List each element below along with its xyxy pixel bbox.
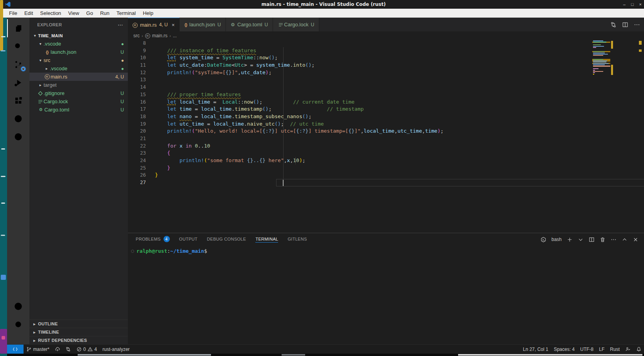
- menu-selection[interactable]: Selection: [36, 9, 64, 17]
- tree-item-Cargolock[interactable]: Cargo.lockU: [29, 97, 128, 106]
- activity-settings[interactable]: [7, 315, 29, 333]
- menu-file[interactable]: File: [5, 9, 21, 17]
- command-decoration-icon[interactable]: [131, 250, 134, 253]
- terminal[interactable]: ralph@rust:~/time_main$: [128, 246, 644, 344]
- activity-run-debug[interactable]: [7, 73, 29, 91]
- remote-indicator[interactable]: [7, 345, 24, 354]
- activity-search[interactable]: [7, 37, 29, 55]
- git-compare-icon[interactable]: [610, 22, 617, 28]
- minimize-button[interactable]: –: [623, 2, 626, 7]
- split-editor-icon[interactable]: [589, 237, 595, 243]
- split-editor-icon[interactable]: [622, 22, 628, 28]
- menu-go[interactable]: Go: [83, 9, 96, 17]
- line-number[interactable]: 12: [128, 69, 146, 77]
- status-encoding[interactable]: UTF-8: [577, 345, 596, 354]
- tab-mainrs[interactable]: Rmain.rs4, U×: [128, 18, 180, 31]
- plus-icon[interactable]: [567, 237, 573, 243]
- status-cursor-position[interactable]: Ln 27, Col 1: [520, 345, 551, 354]
- line-number[interactable]: 8: [128, 40, 146, 47]
- tree-item-target[interactable]: ▸target: [29, 81, 128, 89]
- status-indentation[interactable]: Spaces: 4: [551, 345, 577, 354]
- status-notifications[interactable]: [633, 345, 644, 354]
- code-editor[interactable]: 89 /// instance of time features10 let s…: [128, 40, 644, 233]
- tab-Cargotoml[interactable]: ⚙Cargo.tomlU: [226, 18, 273, 31]
- minimap-change-bar: [611, 41, 613, 49]
- chev-up-icon[interactable]: [622, 237, 628, 243]
- chev-down-icon[interactable]: [578, 237, 584, 243]
- panel-tab-terminal[interactable]: TERMINAL: [255, 237, 278, 243]
- status-language-mode[interactable]: Rust: [607, 345, 622, 354]
- rust-icon: R: [145, 33, 150, 38]
- line-number[interactable]: 10: [128, 54, 146, 62]
- line-number[interactable]: 14: [128, 84, 146, 91]
- line-number[interactable]: 17: [128, 106, 146, 113]
- menu-edit[interactable]: Edit: [21, 9, 36, 17]
- tab-git-decoration: U: [311, 22, 314, 27]
- line-number[interactable]: 25: [128, 164, 146, 172]
- status-eol[interactable]: LF: [596, 345, 607, 354]
- breadcrumb-item[interactable]: ...: [173, 33, 177, 38]
- shell-label[interactable]: bash: [551, 237, 562, 242]
- status-problems[interactable]: 04: [74, 345, 100, 354]
- line-number[interactable]: 21: [128, 135, 146, 142]
- status-compare[interactable]: [63, 345, 74, 354]
- line-number[interactable]: 15: [128, 91, 146, 99]
- tab-launchjson[interactable]: {}launch.jsonU: [180, 18, 226, 31]
- line-number[interactable]: 27: [128, 179, 146, 186]
- status-git-branch[interactable]: master*: [24, 345, 52, 354]
- status-sync[interactable]: [52, 345, 63, 354]
- activity-account[interactable]: [7, 297, 29, 315]
- tree-item-gitignore[interactable]: .gitignoreU: [29, 89, 128, 97]
- panel-tab-problems[interactable]: PROBLEMS4: [136, 236, 170, 243]
- trash-icon[interactable]: [600, 237, 606, 243]
- close-button[interactable]: ×: [639, 2, 642, 7]
- tree-item-Cargotoml[interactable]: ⚙Cargo.tomlU: [29, 106, 128, 114]
- status-feedback[interactable]: [622, 345, 633, 354]
- section-timeline[interactable]: ▸TIMELINE: [29, 328, 128, 336]
- line-number[interactable]: 22: [128, 142, 146, 150]
- tab-Cargolock[interactable]: Cargo.lockU: [273, 18, 319, 31]
- close-icon[interactable]: [633, 237, 639, 243]
- activity-source-control[interactable]: [7, 55, 29, 73]
- menu-terminal[interactable]: Terminal: [113, 9, 139, 17]
- line-number[interactable]: 9: [128, 47, 146, 55]
- menu-help[interactable]: Help: [139, 9, 157, 17]
- tree-item-vscode[interactable]: ▸.vscode●: [29, 64, 128, 73]
- tree-item-vscode[interactable]: ▾.vscode●: [29, 40, 128, 48]
- activity-explorer[interactable]: [7, 19, 29, 37]
- line-number[interactable]: 20: [128, 128, 146, 135]
- section-outline[interactable]: ▸OUTLINE: [29, 319, 128, 328]
- section-rust-dependencies[interactable]: ▸RUST DEPENDENCIES: [29, 336, 128, 344]
- line-number[interactable]: 19: [128, 120, 146, 128]
- explorer-more-actions-icon[interactable]: ⋯: [118, 22, 123, 28]
- panel-tab-output[interactable]: OUTPUT: [179, 237, 198, 242]
- activity-gitlens-inspect[interactable]: [7, 128, 29, 146]
- breadcrumb-item[interactable]: src: [133, 33, 140, 38]
- status-rust-analyzer[interactable]: rust-analyzer: [100, 345, 132, 354]
- line-number[interactable]: 11: [128, 62, 146, 69]
- line-number[interactable]: 26: [128, 172, 146, 179]
- breadcrumb[interactable]: src›Rmain.rs›...: [128, 31, 644, 40]
- menu-view[interactable]: View: [65, 9, 83, 17]
- explorer-root-folder[interactable]: ▾TIME_MAIN: [29, 31, 128, 40]
- panel-tab-gitlens[interactable]: GITLENS: [287, 237, 307, 242]
- minimap[interactable]: [592, 40, 610, 77]
- tree-item-launchjson[interactable]: {}launch.jsonU: [29, 48, 128, 56]
- tree-item-mainrs[interactable]: Rmain.rs4, U: [29, 73, 128, 81]
- panel-tab-debug-console[interactable]: DEBUG CONSOLE: [207, 237, 246, 242]
- line-number[interactable]: 18: [128, 113, 146, 120]
- breadcrumb-item[interactable]: main.rs: [152, 33, 167, 38]
- ellipsis-icon[interactable]: [634, 22, 640, 28]
- ellipsis-icon[interactable]: [611, 237, 617, 243]
- maximize-button[interactable]: □: [631, 2, 634, 7]
- activity-extensions[interactable]: [7, 91, 29, 110]
- activity-gitlens[interactable]: [7, 110, 29, 128]
- tree-item-src[interactable]: ▾src●: [29, 56, 128, 64]
- close-tab-icon[interactable]: ×: [172, 22, 175, 28]
- line-number[interactable]: 16: [128, 99, 146, 106]
- line-number[interactable]: 13: [128, 76, 146, 84]
- menu-run[interactable]: Run: [96, 9, 113, 17]
- line-number[interactable]: 23: [128, 150, 146, 157]
- breadcrumb-separator: ›: [169, 33, 171, 38]
- line-number[interactable]: 24: [128, 157, 146, 164]
